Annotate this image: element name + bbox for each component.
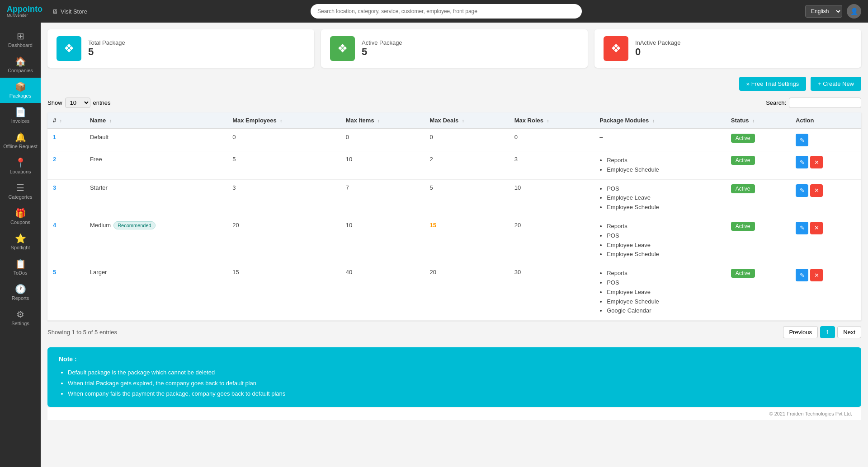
packages-icon: 📦: [15, 82, 26, 91]
col-name[interactable]: Name ↕: [85, 112, 227, 129]
col-num[interactable]: # ↕: [47, 112, 85, 129]
table-row: 1Default0000–Active✎: [47, 129, 861, 151]
spotlight-icon: ⭐: [15, 234, 26, 243]
sidebar-item-companies[interactable]: 🏠 Companies: [0, 52, 41, 78]
offline-request-icon: 🔔: [15, 133, 26, 142]
sidebar-item-coupons[interactable]: 🎁 Coupons: [0, 204, 41, 229]
sidebar-label-invoices: Invoices: [11, 118, 29, 124]
cell-name: Starter: [85, 179, 227, 217]
cell-max-deals: 2: [425, 151, 509, 180]
coupons-icon: 🎁: [15, 209, 26, 218]
package-name: Larger: [90, 269, 107, 276]
search-input[interactable]: [311, 4, 582, 19]
visit-store-label: Visit Store: [61, 8, 87, 15]
cell-max-roles: 30: [509, 264, 594, 321]
cell-package-modules: ReportsPOSEmployee LeaveEmployee Schedul…: [594, 217, 726, 264]
sidebar-item-packages[interactable]: 📦 Packages: [0, 78, 41, 103]
col-package-modules[interactable]: Package Modules ↕: [594, 112, 726, 129]
note-item: Default package is the package which can…: [68, 367, 850, 378]
sidebar-label-todos: ToDos: [13, 270, 27, 276]
avatar[interactable]: 👤: [847, 4, 861, 19]
cell-max-deals: 5: [425, 179, 509, 217]
next-page-button[interactable]: Next: [837, 326, 861, 338]
table-header-row: # ↕ Name ↕ Max Employees ↕ Max Items ↕ M…: [47, 112, 861, 129]
sidebar-label-settings: Settings: [11, 321, 29, 326]
sidebar-item-reports[interactable]: 🕐 Reports: [0, 280, 41, 305]
module-item: Employee Leave: [607, 241, 720, 250]
cell-num: 2: [47, 151, 85, 180]
card-total-package: ❖ Total Package 5: [47, 29, 314, 68]
sidebar-item-invoices[interactable]: 📄 Invoices: [0, 103, 41, 128]
col-max-deals[interactable]: Max Deals ↕: [425, 112, 509, 129]
col-max-employees[interactable]: Max Employees ↕: [227, 112, 340, 129]
cell-max-deals: 15: [425, 217, 509, 264]
sidebar-item-spotlight[interactable]: ⭐ Spotlight: [0, 229, 41, 255]
card-active-package: ❖ Active Package 5: [321, 29, 588, 68]
sidebar-item-todos[interactable]: 📋 ToDos: [0, 255, 41, 280]
col-status[interactable]: Status ↕: [726, 112, 790, 129]
delete-button[interactable]: ✕: [810, 184, 823, 197]
note-item: When trial Package gets expired, the com…: [68, 378, 850, 388]
table-row: 5Larger15402030ReportsPOSEmployee LeaveE…: [47, 264, 861, 321]
row-number: 4: [53, 222, 56, 229]
edit-button[interactable]: ✎: [796, 156, 808, 168]
table-search-input[interactable]: [789, 98, 861, 108]
row-number: 3: [53, 184, 56, 191]
status-badge: Active: [731, 269, 755, 278]
top-right-controls: English Spanish French 👤: [805, 4, 861, 19]
card-inactive-package: ❖ InActive Package 0: [594, 29, 861, 68]
page-1-button[interactable]: 1: [820, 326, 835, 338]
language-select[interactable]: English Spanish French: [805, 5, 842, 18]
cell-package-modules: ReportsPOSEmployee LeaveEmployee Schedul…: [594, 264, 726, 321]
cell-package-modules: ReportsEmployee Schedule: [594, 151, 726, 180]
visit-store-button[interactable]: 🖥 Visit Store: [52, 8, 87, 15]
recommended-badge: Recommended: [113, 221, 156, 229]
cell-num: 4: [47, 217, 85, 264]
inactive-package-label: InActive Package: [635, 39, 680, 46]
sidebar-item-locations[interactable]: 📍 Locations: [0, 154, 41, 179]
entries-select[interactable]: 5 10 25 50 100: [65, 98, 90, 108]
cell-package-modules: –: [594, 129, 726, 151]
sidebar-label-companies: Companies: [8, 68, 33, 73]
status-badge: Active: [731, 134, 755, 143]
row-number: 2: [53, 156, 56, 163]
search-control: Search:: [766, 98, 861, 108]
table-row: 4MediumRecommended20101520ReportsPOSEmpl…: [47, 217, 861, 264]
sidebar-item-categories[interactable]: ☰ Categories: [0, 179, 41, 204]
sidebar-label-coupons: Coupons: [10, 219, 30, 225]
note-box: Note : Default package is the package wh…: [47, 347, 861, 407]
sidebar-item-settings[interactable]: ⚙ Settings: [0, 305, 41, 331]
cell-name: Free: [85, 151, 227, 180]
edit-button[interactable]: ✎: [796, 269, 808, 281]
delete-button[interactable]: ✕: [810, 156, 823, 168]
cell-action: ✎✕: [790, 217, 861, 264]
free-trial-settings-button[interactable]: » Free Trial Settings: [739, 77, 806, 91]
sidebar-item-offline-request[interactable]: 🔔 Offline Request: [0, 128, 41, 154]
search-container: [87, 4, 805, 19]
edit-button[interactable]: ✎: [796, 222, 808, 234]
sidebar-label-categories: Categories: [8, 194, 32, 200]
note-list: Default package is the package which can…: [59, 367, 850, 399]
previous-page-button[interactable]: Previous: [783, 326, 818, 338]
cell-name: MediumRecommended: [85, 217, 227, 264]
cell-name: Larger: [85, 264, 227, 321]
cell-max-deals: 0: [425, 129, 509, 151]
sidebar-item-dashboard[interactable]: ⊞ Dashboard: [0, 27, 41, 52]
summary-cards: ❖ Total Package 5 ❖ Active Package 5 ❖ I…: [47, 29, 861, 68]
package-name: Medium: [90, 222, 111, 229]
edit-button[interactable]: ✎: [796, 134, 808, 146]
cell-max-items: 40: [340, 264, 425, 321]
delete-button[interactable]: ✕: [810, 222, 823, 234]
edit-button[interactable]: ✎: [796, 184, 808, 197]
companies-icon: 🏠: [15, 57, 26, 66]
top-navbar: Appointo Multivender 🖥 Visit Store Engli…: [0, 0, 868, 23]
table-toolbar: » Free Trial Settings + Create New: [47, 77, 861, 91]
cell-max-employees: 15: [227, 264, 340, 321]
module-item: POS: [607, 184, 720, 194]
create-new-button[interactable]: + Create New: [811, 77, 861, 91]
col-max-roles[interactable]: Max Roles ↕: [509, 112, 594, 129]
logo: Appointo Multivender: [7, 5, 47, 18]
col-max-items[interactable]: Max Items ↕: [340, 112, 425, 129]
sidebar-label-packages: Packages: [9, 93, 31, 98]
delete-button[interactable]: ✕: [810, 269, 823, 281]
